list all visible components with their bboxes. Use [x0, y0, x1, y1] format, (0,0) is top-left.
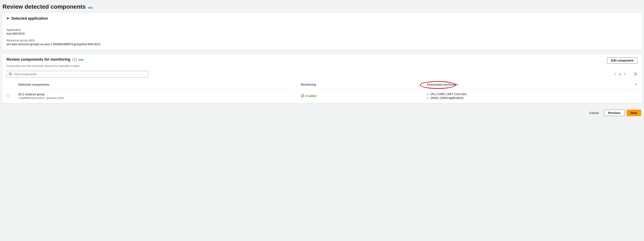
col-workloads[interactable]: Associated workloads [422, 80, 631, 89]
review-components-card: Review components for monitoring (1) Inf… [2, 54, 642, 103]
arn-label: Resource group ARN [6, 39, 638, 42]
selected-application-body: Application test-MW-W19 Resource group A… [2, 24, 642, 50]
cancel-button[interactable]: Cancel [586, 110, 602, 116]
application-label: Application [6, 28, 638, 32]
gear-icon[interactable] [630, 72, 638, 77]
chevron-down-icon [6, 18, 9, 20]
pager-prev-icon[interactable] [614, 73, 616, 76]
svg-point-2 [635, 73, 636, 74]
workload-item: DN_CORE (.NET Core tier) [430, 92, 638, 96]
review-title: Review components for monitoring [6, 57, 70, 62]
row-monitoring-cell: Enabled [297, 89, 422, 103]
col-settings[interactable] [631, 80, 642, 89]
workload-item: JAVA1 (JAVA application) [430, 96, 638, 100]
workloads-list: DN_CORE (.NET Core tier) JAVA1 (JAVA app… [426, 92, 638, 100]
row-radio-cell [2, 89, 14, 103]
component-name: EC2 instance group [18, 93, 292, 96]
edit-component-button[interactable]: Edit component [607, 57, 638, 64]
review-toolbar: 1 [2, 69, 642, 80]
pager-next-icon[interactable] [624, 73, 626, 76]
check-circle-icon [301, 94, 304, 98]
search-icon [9, 72, 12, 76]
col-radio [2, 80, 14, 89]
review-info-link[interactable]: Info [78, 58, 84, 61]
selected-application-toggle[interactable]: Selected application [2, 13, 642, 24]
review-count: (1) [72, 57, 77, 62]
review-description: Components and their workloads detected … [2, 65, 642, 69]
next-button[interactable]: Next [627, 110, 641, 116]
component-subtitle: i-0a0858a7fd11cd51c: windows 2019 [18, 96, 292, 100]
selected-application-card: Selected application Application test-MW… [2, 13, 642, 50]
pager-current-page: 1 [619, 73, 621, 76]
row-radio[interactable] [6, 94, 10, 97]
search-wrapper [6, 71, 148, 78]
application-value: test-MW-W19 [6, 32, 638, 35]
components-table: Detected components Monitoring Associate… [2, 80, 642, 103]
page-title: Review detected components [2, 4, 86, 10]
arn-value: arn:aws:resource-groups:us-east-1:856960… [6, 43, 638, 46]
page-header: Review detected components Info [2, 2, 642, 13]
svg-point-3 [301, 94, 304, 97]
monitoring-status: Enabled [306, 94, 316, 98]
wizard-footer: Cancel Previous Next [2, 107, 642, 118]
col-monitoring[interactable]: Monitoring [297, 80, 422, 89]
review-section-header: Review components for monitoring (1) Inf… [2, 54, 642, 65]
table-row: EC2 instance group i-0a0858a7fd11cd51c: … [2, 89, 642, 103]
col-detected[interactable]: Detected components [14, 80, 297, 89]
pagination: 1 [614, 72, 638, 77]
row-component-cell: EC2 instance group i-0a0858a7fd11cd51c: … [14, 89, 297, 103]
row-workloads-cell: DN_CORE (.NET Core tier) JAVA1 (JAVA app… [422, 89, 642, 103]
svg-line-1 [11, 75, 12, 76]
page-info-link[interactable]: Info [88, 6, 93, 9]
search-input[interactable] [6, 71, 148, 78]
selected-application-title: Selected application [11, 16, 48, 21]
previous-button[interactable]: Previous [604, 110, 624, 116]
